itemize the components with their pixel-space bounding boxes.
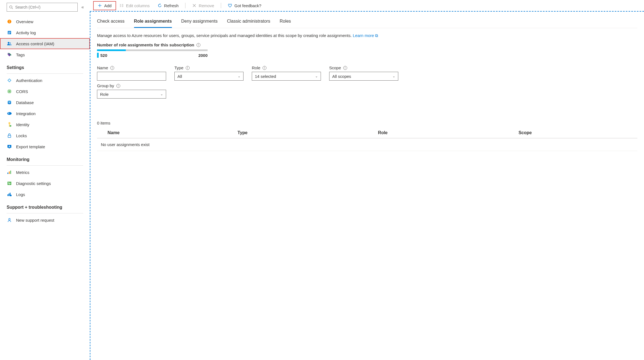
remove-icon — [192, 3, 197, 8]
add-button[interactable]: Add — [94, 2, 116, 10]
info-icon[interactable]: i — [186, 66, 190, 70]
svg-point-7 — [10, 43, 11, 44]
database-icon: DB — [7, 100, 12, 105]
info-icon[interactable]: i — [110, 66, 114, 70]
search-input[interactable] — [15, 5, 75, 9]
tab-roles[interactable]: Roles — [280, 17, 291, 28]
empty-message: No user assignments exist — [97, 138, 637, 151]
role-filter-label: Role — [252, 65, 260, 70]
feedback-button[interactable]: Got feedback? — [224, 2, 265, 10]
svg-point-17 — [9, 122, 11, 124]
edit-columns-button[interactable]: Edit columns — [116, 2, 154, 10]
search-icon — [9, 5, 13, 9]
items-count: 0 items — [97, 121, 637, 125]
section-heading-settings: Settings — [0, 60, 90, 72]
sidebar-item-integration[interactable]: Integration — [0, 108, 90, 119]
th-role[interactable]: Role — [378, 130, 519, 135]
sidebar-item-database[interactable]: DB Database — [0, 97, 90, 108]
sidebar-item-locks[interactable]: Locks — [0, 130, 90, 141]
learn-more-link[interactable]: Learn more ⧉ — [353, 33, 378, 38]
info-icon[interactable]: i — [116, 84, 120, 88]
tab-deny-assignments[interactable]: Deny assignments — [181, 17, 218, 28]
sidebar-item-export-template[interactable]: Export template — [0, 141, 90, 152]
refresh-label: Refresh — [164, 3, 179, 8]
sidebar-item-label: CORS — [16, 89, 28, 94]
chevron-down-icon: ⌄ — [160, 92, 163, 96]
scope-filter-select[interactable]: All scopes⌄ — [329, 72, 398, 81]
sidebar-item-overview[interactable]: Overview — [0, 16, 90, 27]
sidebar-item-tags[interactable]: Tags — [0, 49, 90, 60]
toolbar: Add Edit columns Refresh Remove Got feed… — [90, 0, 644, 12]
divider — [7, 213, 83, 213]
external-link-icon: ⧉ — [375, 33, 378, 38]
tabs: Check access Role assignments Deny assig… — [97, 17, 637, 28]
info-icon[interactable]: i — [263, 66, 266, 70]
sidebar-item-diagnostic[interactable]: Diagnostic settings — [0, 178, 90, 189]
sidebar-item-activity-log[interactable]: Activity log — [0, 27, 90, 38]
name-filter-input[interactable] — [97, 72, 166, 81]
name-filter-label: Name — [97, 65, 108, 70]
progress-fill — [97, 49, 126, 51]
role-filter-value: 14 selected — [255, 74, 276, 79]
sidebar-item-label: Tags — [16, 52, 25, 57]
feedback-label: Got feedback? — [234, 3, 261, 8]
th-type[interactable]: Type — [237, 130, 378, 135]
remove-label: Remove — [199, 3, 214, 8]
sidebar-item-label: Logs — [16, 192, 25, 197]
svg-point-0 — [10, 6, 12, 8]
sidebar-item-access-control[interactable]: Access control (IAM) — [0, 38, 90, 49]
groupby-filter-value: Role — [100, 92, 109, 97]
svg-rect-22 — [9, 148, 10, 148]
tab-check-access[interactable]: Check access — [97, 17, 125, 28]
people-icon — [7, 41, 12, 46]
svg-point-6 — [8, 42, 9, 44]
divider — [7, 73, 83, 74]
sidebar-item-identity[interactable]: Identity — [0, 119, 90, 130]
scope-filter-value: All scopes — [332, 74, 351, 79]
separator — [185, 3, 185, 8]
refresh-button[interactable]: Refresh — [154, 2, 183, 10]
svg-rect-20 — [8, 135, 11, 137]
svg-point-19 — [10, 125, 11, 127]
edit-columns-label: Edit columns — [126, 3, 150, 8]
activitylog-icon — [7, 30, 12, 35]
sidebar: « Overview Activity log Access control (… — [0, 0, 90, 360]
sidebar-item-metrics[interactable]: Metrics — [0, 167, 90, 178]
role-filter-select[interactable]: 14 selected⌄ — [252, 72, 321, 81]
sidebar-item-label: Overview — [16, 19, 33, 24]
sidebar-item-support-request[interactable]: New support request — [0, 215, 90, 226]
sidebar-item-cors[interactable]: CORS — [0, 86, 90, 97]
count-heading-text: Number of role assignments for this subs… — [97, 43, 194, 47]
svg-rect-28 — [9, 194, 9, 196]
sidebar-item-label: Export template — [16, 144, 45, 149]
groupby-filter-select[interactable]: Role⌄ — [97, 90, 166, 99]
search-box[interactable] — [7, 3, 78, 12]
tab-classic-admins[interactable]: Classic administrators — [227, 17, 270, 28]
remove-button[interactable]: Remove — [188, 2, 218, 10]
info-icon[interactable]: i — [197, 43, 200, 47]
type-filter-label: Type — [174, 65, 184, 70]
tab-role-assignments[interactable]: Role assignments — [134, 17, 172, 28]
collapse-sidebar-button[interactable]: « — [79, 5, 86, 10]
svg-rect-18 — [9, 124, 10, 127]
identity-icon — [7, 122, 12, 127]
th-name[interactable]: Name — [97, 130, 237, 135]
th-scope[interactable]: Scope — [519, 130, 637, 135]
overview-icon — [7, 19, 12, 24]
svg-text:DB: DB — [8, 102, 11, 104]
export-icon — [7, 144, 12, 149]
count-heading: Number of role assignments for this subs… — [97, 43, 637, 47]
refresh-icon — [158, 3, 162, 8]
info-icon[interactable]: i — [343, 66, 347, 70]
sidebar-item-label: Authentication — [16, 78, 42, 83]
main-content: Add Edit columns Refresh Remove Got feed… — [90, 0, 644, 360]
svg-rect-27 — [7, 194, 8, 196]
sidebar-item-label: Metrics — [16, 170, 29, 175]
sidebar-item-logs[interactable]: Logs — [0, 189, 90, 200]
progress-bar — [97, 49, 208, 51]
type-filter-select[interactable]: All⌄ — [174, 72, 244, 81]
sidebar-item-authentication[interactable]: Authentication — [0, 75, 90, 86]
section-heading-monitoring: Monitoring — [0, 152, 90, 164]
svg-rect-5 — [8, 33, 10, 34]
chevron-down-icon: ⌄ — [392, 74, 395, 78]
